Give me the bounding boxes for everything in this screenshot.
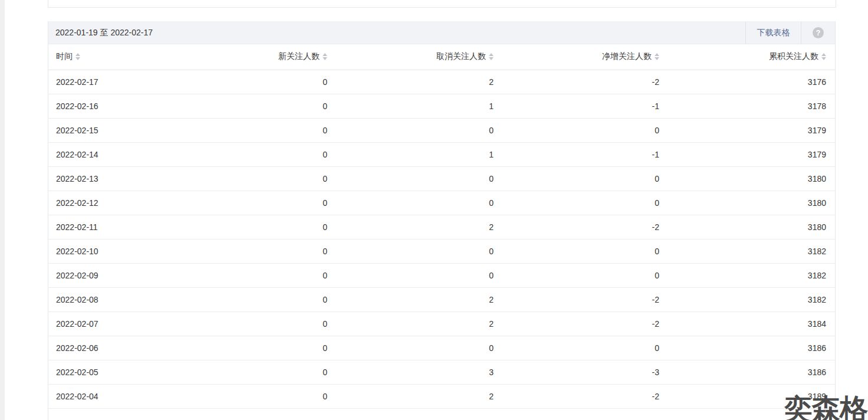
- cell-unfollowers: 3: [327, 360, 494, 384]
- cell-unfollowers: 2: [327, 70, 494, 94]
- cell-unfollowers: 0: [327, 118, 494, 142]
- column-header-label: 取消关注人数: [436, 51, 486, 61]
- cell-unfollowers: 2: [327, 287, 494, 311]
- cell-cumulative: 3186: [659, 360, 835, 384]
- cell-unfollowers: 0: [327, 166, 494, 191]
- cell-date: 2022-02-06: [48, 336, 160, 360]
- cell-cumulative: 3179: [659, 142, 835, 166]
- cell-new-followers: 0: [160, 142, 327, 166]
- cell-unfollowers: 0: [327, 336, 494, 360]
- cell-net-increase: 0: [494, 263, 659, 287]
- cell-unfollowers: 2: [327, 384, 494, 408]
- cell-unfollowers: 0: [327, 239, 494, 263]
- cell-new-followers: 0: [160, 287, 327, 311]
- sort-caret-icon[interactable]: [655, 53, 659, 60]
- cell-date: 2022-02-17: [48, 70, 160, 94]
- cell-new-followers: 0: [160, 118, 327, 142]
- date-range-label: 2022-01-19 至 2022-02-17: [48, 28, 153, 38]
- table-row: 2022-02-090003182: [48, 263, 835, 287]
- cell-net-increase: 0: [494, 239, 659, 263]
- cell-net-increase: -2: [494, 384, 659, 408]
- table-row: 2022-02-120003180: [48, 191, 835, 215]
- cell-new-followers: 0: [160, 384, 327, 408]
- sort-caret-icon[interactable]: [821, 53, 826, 60]
- table-row: 2022-02-060003186: [48, 336, 835, 360]
- table-row: 2022-02-1401-13179: [48, 142, 835, 166]
- table-header: 时间新关注人数取消关注人数净增关注人数累积关注人数: [48, 44, 835, 70]
- download-table-button[interactable]: 下载表格: [745, 22, 801, 44]
- table-row: 2022-02-150003179: [48, 118, 835, 142]
- page: 2022-01-19 至 2022-02-17 下载表格 ? 时间新关注人数取消…: [0, 0, 868, 420]
- sort-caret-icon[interactable]: [75, 53, 80, 60]
- cell-date: 2022-02-13: [48, 166, 160, 191]
- cell-cumulative: 3182: [659, 263, 835, 287]
- cell-net-increase: -1: [494, 142, 659, 166]
- cell-cumulative: 3179: [659, 118, 835, 142]
- cell-date: 2022-02-10: [48, 239, 160, 263]
- table-row: 2022-02-1601-13178: [48, 94, 835, 118]
- table-toolbar: 2022-01-19 至 2022-02-17 下载表格 ?: [48, 22, 835, 44]
- table-row: 2022-02-0402-23189: [48, 384, 835, 408]
- question-mark-icon[interactable]: ?: [813, 27, 824, 38]
- cell-cumulative: 3182: [659, 239, 835, 263]
- cell-date: 2022-02-16: [48, 94, 160, 118]
- cell-new-followers: 0: [160, 336, 327, 360]
- cell-cumulative: 3180: [659, 166, 835, 191]
- table-row: 2022-02-0503-33186: [48, 360, 835, 384]
- column-header-label: 新关注人数: [278, 51, 320, 61]
- cell-net-increase: 0: [494, 166, 659, 191]
- table-body: 2022-02-1702-231762022-02-1601-131782022…: [48, 70, 835, 408]
- cell-new-followers: 0: [160, 263, 327, 287]
- cell-net-increase: 0: [494, 191, 659, 215]
- cell-cumulative: 3178: [659, 94, 835, 118]
- cell-cumulative: 3182: [659, 287, 835, 311]
- table-row: 2022-02-1702-23176: [48, 70, 835, 94]
- toolbar-actions: 下载表格 ?: [745, 22, 835, 44]
- column-header-4[interactable]: 累积关注人数: [659, 44, 835, 70]
- cell-new-followers: 0: [160, 94, 327, 118]
- followers-stats-table-card: 2022-01-19 至 2022-02-17 下载表格 ? 时间新关注人数取消…: [48, 21, 836, 420]
- cell-net-increase: 0: [494, 336, 659, 360]
- watermark-logo-text: 奕森格: [784, 391, 867, 420]
- page-left-gutter: [0, 0, 5, 420]
- column-header-label: 时间: [56, 51, 73, 61]
- cell-new-followers: 0: [160, 239, 327, 263]
- cell-unfollowers: 0: [327, 263, 494, 287]
- column-header-1[interactable]: 新关注人数: [160, 44, 327, 70]
- cell-date: 2022-02-08: [48, 287, 160, 311]
- column-header-3[interactable]: 净增关注人数: [494, 44, 659, 70]
- cell-date: 2022-02-14: [48, 142, 160, 166]
- cell-net-increase: -2: [494, 215, 659, 239]
- cell-unfollowers: 2: [327, 215, 494, 239]
- cell-unfollowers: 0: [327, 191, 494, 215]
- cell-date: 2022-02-04: [48, 384, 160, 408]
- table-row: 2022-02-0802-23182: [48, 287, 835, 311]
- sort-caret-icon[interactable]: [489, 53, 494, 60]
- cell-date: 2022-02-15: [48, 118, 160, 142]
- followers-table: 时间新关注人数取消关注人数净增关注人数累积关注人数 2022-02-1702-2…: [48, 44, 835, 409]
- cell-new-followers: 0: [160, 215, 327, 239]
- table-row: 2022-02-0702-23184: [48, 311, 835, 336]
- cell-net-increase: -1: [494, 94, 659, 118]
- cell-date: 2022-02-09: [48, 263, 160, 287]
- column-header-2[interactable]: 取消关注人数: [327, 44, 494, 70]
- table-row: 2022-02-100003182: [48, 239, 835, 263]
- cell-net-increase: -2: [494, 287, 659, 311]
- cell-cumulative: 3180: [659, 191, 835, 215]
- sort-caret-icon[interactable]: [323, 53, 327, 60]
- cell-new-followers: 0: [160, 360, 327, 384]
- cell-cumulative: 3176: [659, 70, 835, 94]
- cell-cumulative: 3180: [659, 215, 835, 239]
- cell-cumulative: 3184: [659, 311, 835, 336]
- cell-new-followers: 0: [160, 166, 327, 191]
- table-header-row: 时间新关注人数取消关注人数净增关注人数累积关注人数: [48, 44, 835, 70]
- column-header-0[interactable]: 时间: [48, 44, 160, 70]
- column-header-label: 累积关注人数: [769, 51, 818, 61]
- cell-unfollowers: 1: [327, 142, 494, 166]
- help-button[interactable]: ?: [801, 22, 835, 44]
- cell-new-followers: 0: [160, 70, 327, 94]
- cell-date: 2022-02-07: [48, 311, 160, 336]
- cell-net-increase: -3: [494, 360, 659, 384]
- cell-date: 2022-02-11: [48, 215, 160, 239]
- previous-card-bottom-edge: [48, 0, 836, 8]
